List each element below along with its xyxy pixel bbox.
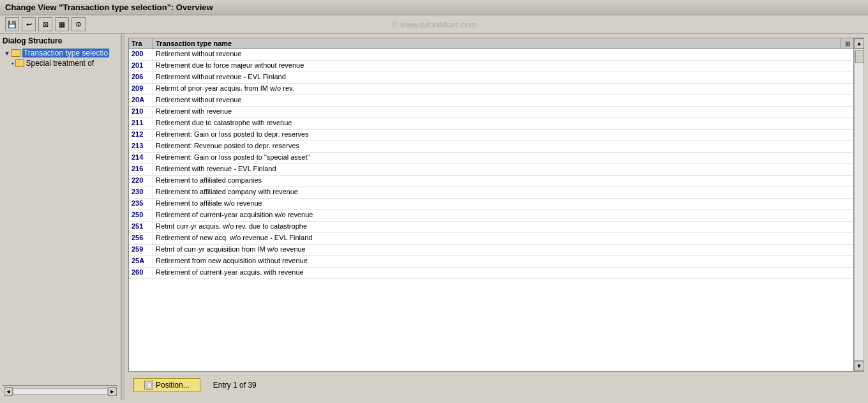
cell-name: Retirement to affiliate w/o revenue <box>153 199 853 209</box>
cell-name: Retirement without revenue <box>153 49 853 60</box>
table-row[interactable]: 216Retirement with revenue - EVL Finland <box>129 164 853 176</box>
title-bar: Change View "Transaction type selection"… <box>0 0 868 15</box>
table-row[interactable]: 260Retirement of current-year acquis. wi… <box>129 268 853 279</box>
table-row[interactable]: 25ARetirement from new acquisition witho… <box>129 256 853 268</box>
cell-tra: 213 <box>129 141 153 152</box>
table-row[interactable]: 259Retmt of curr-yr acquisition from IM … <box>129 245 853 256</box>
col-header-name: Transaction type name <box>153 38 841 49</box>
scroll-up-button[interactable]: ▲ <box>854 38 864 49</box>
tree-dot-icon: • <box>11 60 14 67</box>
table-row[interactable]: 206Retirement without revenue - EVL Finl… <box>129 72 853 84</box>
toolbar: 💾 ↩ ⊠ ▦ ⚙ © www.tutorialkart.com <box>0 15 868 34</box>
cell-name: Retirement without revenue - EVL Finland <box>153 72 853 83</box>
table-container: Tra Transaction type name ⊞ 200Retiremen… <box>128 38 854 372</box>
cell-name: Retirement to affiliated company with re… <box>153 187 853 198</box>
cell-name: Retirement from new acquisition without … <box>153 256 853 267</box>
table-row[interactable]: 235Retirement to affiliate w/o revenue <box>129 199 853 210</box>
folder-icon-2 <box>15 59 24 67</box>
position-icon: 📋 <box>144 381 153 390</box>
table-row[interactable]: 200Retirement without revenue <box>129 49 853 61</box>
cell-tra: 20A <box>129 95 153 106</box>
table-button[interactable]: ▦ <box>55 17 69 31</box>
position-button[interactable]: 📋 Position... <box>133 378 200 392</box>
table-row[interactable]: 209Retirmt of prior-year acquis. from IM… <box>129 84 853 95</box>
cell-tra: 211 <box>129 118 153 129</box>
cell-tra: 256 <box>129 233 153 244</box>
cell-name: Retirement of new acq. w/o revenue - EVL… <box>153 233 853 244</box>
cell-name: Retirement without revenue <box>153 95 853 106</box>
cell-name: Retirement of current-year acquisition w… <box>153 210 853 221</box>
cell-tra: 260 <box>129 268 153 278</box>
scroll-track <box>854 49 864 361</box>
cell-tra: 259 <box>129 245 153 255</box>
cell-name: Retirmt of prior-year acquis. from IM w/… <box>153 84 853 95</box>
table-row[interactable]: 212Retirement: Gain or loss posted to de… <box>129 130 853 141</box>
cell-name: Retirement of current-year acquis. with … <box>153 268 853 278</box>
cell-tra: 212 <box>129 130 153 141</box>
cell-tra: 251 <box>129 222 153 232</box>
table-scroll-area: Tra Transaction type name ⊞ 200Retiremen… <box>128 38 864 372</box>
cell-name: Retmt of curr-yr acquisition from IM w/o… <box>153 245 853 255</box>
cell-tra: 201 <box>129 61 153 72</box>
table-row[interactable]: 251Retmt curr-yr acquis. w/o rev. due to… <box>129 222 853 233</box>
scroll-left-button[interactable]: ◄ <box>4 387 13 396</box>
scroll-thumb[interactable] <box>855 50 864 63</box>
cell-name: Retirement to affiliated companies <box>153 176 853 186</box>
left-panel-wrapper: Dialog Structure ▼ Transaction type sele… <box>0 34 121 400</box>
table-row[interactable]: 220Retirement to affiliated companies <box>129 176 853 187</box>
cell-name: Retirement: Gain or loss posted to depr.… <box>153 130 853 141</box>
table-header: Tra Transaction type name ⊞ <box>129 38 853 49</box>
cell-tra: 214 <box>129 153 153 163</box>
column-resize-icon[interactable]: ⊞ <box>845 40 850 47</box>
cell-tra: 230 <box>129 187 153 198</box>
cell-name: Retirement with revenue - EVL Finland <box>153 164 853 175</box>
tree-item-transaction-type[interactable]: ▼ Transaction type selectio <box>3 48 118 58</box>
right-panel: Tra Transaction type name ⊞ 200Retiremen… <box>124 34 868 400</box>
exit-button[interactable]: ⊠ <box>38 17 52 31</box>
table-row[interactable]: 211Retirement due to catastrophe with re… <box>129 118 853 130</box>
tree-label-transaction: Transaction type selectio <box>22 49 109 57</box>
watermark: © www.tutorialkart.com <box>391 20 476 29</box>
vertical-scrollbar: ▲ ▼ <box>854 38 864 372</box>
scroll-down-button[interactable]: ▼ <box>854 361 864 371</box>
save-button[interactable]: 💾 <box>5 17 19 31</box>
cell-tra: 209 <box>129 84 153 95</box>
cell-name: Retirement due to catastrophe with reven… <box>153 118 853 129</box>
cell-name: Retirement: Gain or loss posted to "spec… <box>153 153 853 163</box>
col-header-tra: Tra <box>129 38 153 49</box>
col-header-icon: ⊞ <box>841 38 853 49</box>
cell-tra: 220 <box>129 176 153 186</box>
cell-name: Retirement with revenue <box>153 107 853 118</box>
position-button-label: Position... <box>156 381 190 390</box>
cell-name: Retmt curr-yr acquis. w/o rev. due to ca… <box>153 222 853 232</box>
settings-button[interactable]: ⚙ <box>71 17 86 31</box>
horiz-scroll-track <box>13 388 108 395</box>
cell-tra: 25A <box>129 256 153 267</box>
folder-icon <box>11 49 20 57</box>
cell-tra: 216 <box>129 164 153 175</box>
tree-arrow-icon: ▼ <box>4 50 10 57</box>
cell-name: Retirement due to force majeur without r… <box>153 61 853 72</box>
bottom-bar: 📋 Position... Entry 1 of 39 <box>128 374 864 396</box>
table-row[interactable]: 201Retirement due to force majeur withou… <box>129 61 853 72</box>
table-row[interactable]: 213Retirement: Revenue posted to depr. r… <box>129 141 853 153</box>
scroll-right-button[interactable]: ► <box>108 387 117 396</box>
table-row[interactable]: 210Retirement with revenue <box>129 107 853 118</box>
table-row[interactable]: 256Retirement of new acq. w/o revenue - … <box>129 233 853 245</box>
table-row[interactable]: 214Retirement: Gain or loss posted to "s… <box>129 153 853 164</box>
left-panel: Dialog Structure ▼ Transaction type sele… <box>0 34 121 400</box>
table-body: 200Retirement without revenue201Retireme… <box>129 49 853 371</box>
dialog-structure-title: Dialog Structure <box>3 36 118 45</box>
table-row[interactable]: 230Retirement to affiliated company with… <box>129 187 853 199</box>
cell-tra: 206 <box>129 72 153 83</box>
cell-tra: 210 <box>129 107 153 118</box>
cell-name: Retirement: Revenue posted to depr. rese… <box>153 141 853 152</box>
table-row[interactable]: 250Retirement of current-year acquisitio… <box>129 210 853 222</box>
table-row[interactable]: 20ARetirement without revenue <box>129 95 853 107</box>
back-button[interactable]: ↩ <box>22 17 36 31</box>
title-bar-text: Change View "Transaction type selection"… <box>5 3 213 12</box>
horiz-scroll: ◄ ► <box>3 385 118 397</box>
cell-tra: 200 <box>129 49 153 60</box>
main-container: Dialog Structure ▼ Transaction type sele… <box>0 34 868 400</box>
tree-item-special-treatment[interactable]: • Special treatment of <box>3 58 118 68</box>
